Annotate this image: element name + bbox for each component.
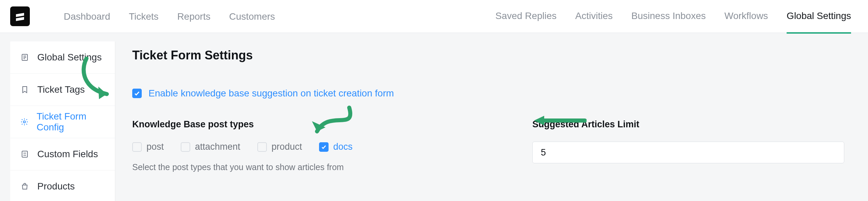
limit-column: Suggested Articles Limit <box>532 119 844 172</box>
nav-customers[interactable]: Customers <box>229 0 275 33</box>
topnav-right: Saved Replies Activities Business Inboxe… <box>495 0 851 34</box>
sidebar-item-products[interactable]: Products <box>10 170 115 201</box>
nav-global-settings[interactable]: Global Settings <box>787 0 851 34</box>
check-icon <box>134 90 140 96</box>
sidebar-item-ticket-tags[interactable]: Ticket Tags <box>10 74 115 106</box>
sidebar-item-ticket-form-config[interactable]: Ticket Form Config <box>10 106 115 138</box>
settings-columns: Knowledge Base post types post attachmen… <box>132 119 844 172</box>
nav-business-inboxes[interactable]: Business Inboxes <box>631 0 706 34</box>
posttype-attachment-checkbox[interactable] <box>181 142 190 152</box>
posttypes-heading: Knowledge Base post types <box>132 119 431 130</box>
enable-kb-row: Enable knowledge base suggestion on tick… <box>132 88 844 99</box>
nav-tickets[interactable]: Tickets <box>129 0 159 33</box>
list-icon <box>20 150 29 159</box>
nav-dashboard[interactable]: Dashboard <box>64 0 110 33</box>
bookmark-icon <box>20 85 29 94</box>
gear-icon <box>20 117 28 126</box>
sidebar-item-label: Global Settings <box>37 52 102 63</box>
posttype-docs-checkbox[interactable] <box>319 142 329 152</box>
posttype-attachment[interactable]: attachment <box>181 142 240 152</box>
nav-saved-replies[interactable]: Saved Replies <box>495 0 557 34</box>
sidebar-item-label: Ticket Form Config <box>37 111 105 133</box>
posttype-label: attachment <box>195 142 240 152</box>
topnav: Dashboard Tickets Reports Customers Save… <box>0 0 868 33</box>
sidebar: Global Settings Ticket Tags Ticket Form … <box>10 41 115 201</box>
posttype-product-checkbox[interactable] <box>257 142 267 152</box>
sidebar-item-label: Ticket Tags <box>37 84 85 95</box>
posttypes-row: post attachment product <box>132 142 431 152</box>
sidebar-item-custom-fields[interactable]: Custom Fields <box>10 138 115 170</box>
page-title: Ticket Form Settings <box>132 48 844 62</box>
body: Global Settings Ticket Tags Ticket Form … <box>0 33 868 201</box>
limit-input[interactable] <box>532 142 844 163</box>
svg-point-4 <box>23 121 25 123</box>
sidebar-item-label: Custom Fields <box>37 149 98 160</box>
file-icon <box>20 53 29 62</box>
logo-glyph-icon <box>14 10 26 22</box>
posttype-docs[interactable]: docs <box>319 142 353 152</box>
check-icon <box>321 144 327 150</box>
posttypes-column: Knowledge Base post types post attachmen… <box>132 119 431 172</box>
posttype-post[interactable]: post <box>132 142 164 152</box>
main-content: Ticket Form Settings Enable knowledge ba… <box>115 33 868 201</box>
posttypes-helper: Select the post types that you want to s… <box>132 162 431 172</box>
posttype-label: product <box>272 142 302 152</box>
limit-heading: Suggested Articles Limit <box>532 119 844 130</box>
posttype-label: docs <box>333 142 353 152</box>
app-logo <box>10 6 30 26</box>
nav-activities[interactable]: Activities <box>575 0 613 34</box>
svg-rect-5 <box>22 151 27 157</box>
sidebar-item-global-settings[interactable]: Global Settings <box>10 41 115 74</box>
enable-kb-checkbox[interactable] <box>132 89 142 98</box>
posttype-product[interactable]: product <box>257 142 302 152</box>
posttype-label: post <box>146 142 164 152</box>
posttype-post-checkbox[interactable] <box>132 142 142 152</box>
enable-kb-label: Enable knowledge base suggestion on tick… <box>149 88 394 99</box>
bag-icon <box>20 182 29 191</box>
nav-workflows[interactable]: Workflows <box>724 0 768 34</box>
topnav-left: Dashboard Tickets Reports Customers <box>64 0 275 33</box>
nav-reports[interactable]: Reports <box>177 0 211 33</box>
sidebar-item-label: Products <box>37 181 75 192</box>
